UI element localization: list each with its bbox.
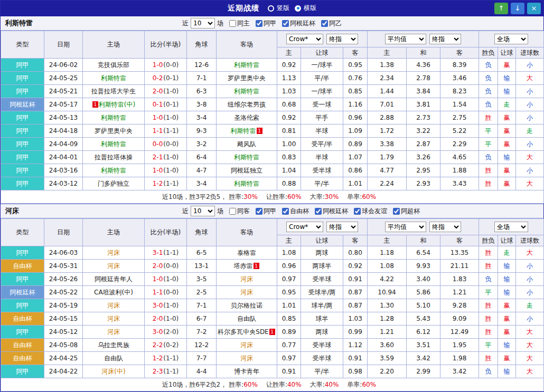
filter-checkbox-同主[interactable]: 同主 xyxy=(229,19,250,28)
average-select[interactable]: 平均值 xyxy=(385,34,426,44)
league-badge: 阿甲 xyxy=(1,246,44,260)
result-handicap: 赢 xyxy=(498,59,516,72)
bookmaker-select[interactable]: Crow* xyxy=(286,34,323,44)
filter-checkbox-阿根廷杯[interactable]: 阿根廷杯 xyxy=(315,207,348,216)
score-cell: 2-2(0-2) xyxy=(145,339,187,352)
eu-away-odds: 9.09 xyxy=(440,312,479,326)
match-count-select[interactable]: 10 xyxy=(191,18,215,28)
eu-draw-odds: 6.54 xyxy=(407,246,440,260)
checkbox-input[interactable] xyxy=(256,20,262,27)
eu-draw-odds: 3.42 xyxy=(407,352,440,365)
ah-line: 平/半 xyxy=(301,72,343,85)
close-button[interactable]: × xyxy=(527,3,541,14)
eu-draw-odds: 3.84 xyxy=(407,85,440,98)
eu-away-odds: 1.83 xyxy=(440,273,479,286)
home-team-cell: 河床 xyxy=(83,312,145,326)
checkbox-input[interactable] xyxy=(256,208,262,215)
result-handicap: 赢 xyxy=(498,299,516,312)
result-goals: 小 xyxy=(516,164,544,177)
match-date: 24-05-17 xyxy=(44,98,83,111)
corners-cell: 13-1 xyxy=(187,260,217,273)
ah-home-odds: 0.83 xyxy=(277,151,301,164)
home-team-name: 河床 xyxy=(107,262,120,270)
eu-away-odds: 5.22 xyxy=(440,125,479,138)
league-badge: 阿甲 xyxy=(1,72,44,85)
checkbox-input[interactable] xyxy=(321,20,328,27)
summary-stat-label: 让胜率: xyxy=(266,381,287,388)
ah-home-odds: 0.89 xyxy=(277,326,301,339)
away-team-cell: 河床 xyxy=(217,273,277,286)
result-wdl: 胜 xyxy=(479,352,498,365)
period-select[interactable]: 全场 xyxy=(494,34,528,44)
result-wdl: 负 xyxy=(479,365,498,378)
filter-checkbox-球会友谊[interactable]: 球会友谊 xyxy=(354,207,387,216)
checkbox-input[interactable] xyxy=(229,208,236,215)
match-row: 自由杯24-04-25自由队1-2(1-1)7-7河床0.97受半球0.913.… xyxy=(1,352,544,365)
league-badge: 阿甲 xyxy=(1,177,44,190)
filter-checkbox-阿甲[interactable]: 阿甲 xyxy=(256,207,276,216)
checkbox-input[interactable] xyxy=(315,208,322,215)
layout-radio-0[interactable]: 竖版 xyxy=(268,4,289,13)
average-select[interactable]: 平均值 xyxy=(385,222,426,232)
result-handicap: 输 xyxy=(498,365,516,378)
checkbox-input[interactable] xyxy=(282,20,289,27)
summary-stat-value: 30% xyxy=(243,193,258,200)
checkbox-input[interactable] xyxy=(393,208,400,215)
sub-header-5: 客 xyxy=(440,235,479,246)
match-row: 阿根廷杯24-05-171利斯特雷(中)0-1(0-1)3-8纽维尔老男孩0.6… xyxy=(1,98,544,111)
checkbox-input[interactable] xyxy=(282,208,289,215)
eu-draw-odds: 3.40 xyxy=(407,273,440,286)
handicap-stage-select[interactable]: 终指 xyxy=(326,34,358,44)
bookmaker-select[interactable]: Crow* xyxy=(286,222,323,232)
match-date: 24-05-31 xyxy=(44,260,83,273)
summary-stat-value: 60% xyxy=(243,381,258,388)
ah-away-odds: 1.09 xyxy=(343,125,368,138)
ah-line: 两球 xyxy=(301,326,343,339)
result-handicap: 赢 xyxy=(498,326,516,339)
europe-stage-select[interactable]: 终指 xyxy=(429,222,461,232)
away-team-cell: 利斯特雷 xyxy=(217,85,277,98)
match-row: 阿甲24-04-22河床(中)2-3(1-1)4-4博卡青年0.91平/半0.9… xyxy=(1,365,544,378)
corners-cell: 3-2 xyxy=(187,138,217,151)
filter-checkbox-阿根廷杯[interactable]: 阿根廷杯 xyxy=(282,19,315,28)
filter-checkbox-阿超杯[interactable]: 阿超杯 xyxy=(393,207,420,216)
checkbox-input[interactable] xyxy=(229,20,236,27)
result-goals: 大 xyxy=(516,339,544,352)
filter-checkbox-同客[interactable]: 同客 xyxy=(229,207,250,216)
home-team-name: 河床 xyxy=(107,328,120,336)
home-team-cell: 河床 xyxy=(83,260,145,273)
summary-stat-label: 单率: xyxy=(347,381,362,388)
result-handicap: 输 xyxy=(498,85,516,98)
result-wdl: 胜 xyxy=(479,299,498,312)
ah-home-odds: 1.03 xyxy=(277,85,301,98)
result-goals: 大 xyxy=(516,365,544,378)
period-select[interactable]: 全场 xyxy=(494,222,528,232)
sub-header-0: 主 xyxy=(277,235,301,246)
result-wdl: 胜 xyxy=(479,326,498,339)
home-team-cell: 门多萨独立 xyxy=(83,177,145,190)
filter-checkbox-阿乙[interactable]: 阿乙 xyxy=(321,19,342,28)
layout-radio-1[interactable]: 横版 xyxy=(295,4,316,13)
match-count-select[interactable]: 10 xyxy=(191,206,215,216)
recent-results-panel: 近期战绩 竖版横版 ↑ ↓ × 利斯特雷近10场同主阿甲阿根廷杯阿乙类型日期主场… xyxy=(0,0,544,392)
away-team-cell: 河床 xyxy=(217,286,277,299)
europe-stage-select[interactable]: 终指 xyxy=(429,34,461,44)
result-goals: 小 xyxy=(516,85,544,98)
eu-draw-odds: 5.10 xyxy=(407,299,440,312)
ah-home-odds: 0.81 xyxy=(277,125,301,138)
filter-checkbox-自由杯[interactable]: 自由杯 xyxy=(282,207,309,216)
league-badge: 自由杯 xyxy=(1,260,44,273)
move-down-button[interactable]: ↓ xyxy=(511,3,524,14)
result-handicap: 输 xyxy=(498,286,516,299)
ah-home-odds: 0.92 xyxy=(277,111,301,125)
filter-checkbox-阿甲[interactable]: 阿甲 xyxy=(256,19,276,28)
away-team-name: 利斯特雷 xyxy=(234,154,259,161)
score-cell: 1-1(0-0) xyxy=(145,286,187,299)
move-up-button[interactable]: ↑ xyxy=(494,3,508,14)
corners-cell: 3-4 xyxy=(187,177,217,190)
checkbox-input[interactable] xyxy=(354,208,361,215)
ah-line: 球半/两 xyxy=(301,299,343,312)
handicap-stage-select[interactable]: 终指 xyxy=(326,222,358,232)
team-name: 河床 xyxy=(5,206,19,216)
result-wdl: 胜 xyxy=(479,312,498,326)
